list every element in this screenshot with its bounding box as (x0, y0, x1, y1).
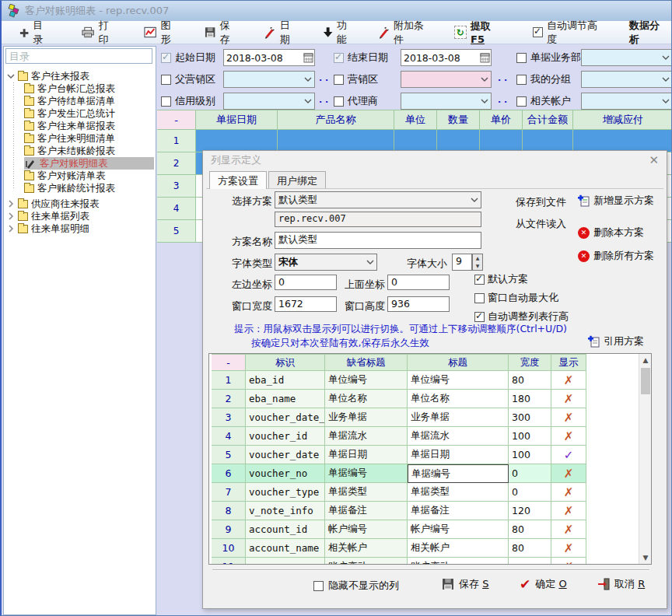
hide-columns-checkbox[interactable] (313, 581, 324, 591)
chevron-right-icon[interactable] (7, 225, 15, 233)
extract-button[interactable]: ↻ 提取F5 (451, 23, 506, 42)
tree-root-voucher-detail[interactable]: 往来单据明细 (7, 222, 154, 235)
default-plan-toggle[interactable]: 默认方案 (474, 272, 528, 286)
start-date-input[interactable]: 2018-03-08 (223, 49, 315, 66)
tree-root-voucher-list[interactable]: 往来单据列表 (7, 210, 154, 222)
tree-item[interactable]: 客户发生汇总统计 (24, 107, 154, 120)
close-icon[interactable]: ✕ (649, 153, 659, 167)
region-select[interactable] (401, 71, 492, 88)
my-group-checkbox[interactable] (516, 75, 527, 85)
catalog-button[interactable]: 目录 (16, 23, 55, 42)
top-coord-input[interactable]: 0 (387, 275, 450, 290)
refer-plan-button[interactable]: 引用方案 (588, 334, 644, 348)
start-date-checkbox[interactable] (161, 53, 171, 63)
region-checkbox[interactable] (334, 75, 344, 85)
chevron-right-icon[interactable] (7, 212, 15, 220)
header-cell[interactable]: 合计金额 (523, 110, 573, 130)
auto-row-height-checkbox[interactable] (474, 312, 485, 322)
header-cell[interactable]: 数量 (437, 110, 480, 130)
auto-maximize-toggle[interactable]: 窗口自动最大化 (474, 291, 558, 305)
plan-code-field[interactable]: rep.recv.007 (275, 212, 481, 227)
show-flag[interactable]: ✗ (551, 558, 586, 565)
show-flag[interactable]: ✗ (551, 520, 586, 539)
tree-item[interactable]: 客户台帐汇总报表 (24, 82, 154, 95)
column-row[interactable]: 7 voucher_type 单据类型 单据类型 0 ✗ (212, 483, 586, 502)
delete-plan-button[interactable]: ✕ 删除本方案 (578, 226, 644, 240)
parent-region-select[interactable] (223, 71, 315, 88)
column-row[interactable]: 1 eba_id 单位编号 单位编号 80 ✗ (212, 371, 586, 390)
tab-user-binding[interactable]: 用户绑定 (268, 171, 326, 189)
my-group-select[interactable] (581, 71, 672, 88)
scroll-up-icon[interactable]: ▲ (639, 354, 652, 366)
column-row[interactable]: 10 account_name 相关帐户 相关帐户 80 ✗ (212, 539, 586, 558)
scroll-down-icon[interactable]: ▼ (639, 551, 652, 564)
dialog-save-button[interactable]: 保存 S (442, 577, 488, 591)
parent-region-checkbox[interactable] (161, 75, 171, 85)
font-size-stepper[interactable]: ▲▼ (472, 254, 483, 271)
agent-select[interactable] (401, 93, 492, 110)
show-flag[interactable]: ✗ (551, 427, 586, 446)
title-edit-cell[interactable]: 单据编号 (408, 464, 509, 483)
tree-root-supplier-reports[interactable]: 供应商往来报表 (7, 198, 154, 210)
account-select[interactable] (581, 93, 672, 110)
save-button[interactable]: 保存 (201, 23, 242, 42)
tree-root-customer-reports[interactable]: 客户往来报表 (7, 70, 154, 82)
column-row[interactable]: 2 eba_name 单位名称 单位名称 180 ✗ (212, 390, 586, 408)
show-flag[interactable]: ✗ (551, 483, 586, 502)
auto-height-checkbox[interactable] (533, 27, 543, 37)
credit-select[interactable] (223, 93, 315, 110)
select-plan-combo[interactable]: 默认类型 (275, 191, 481, 208)
tab-plan-settings[interactable]: 方案设置 (209, 171, 267, 189)
biz-dept-select[interactable] (581, 49, 672, 66)
show-flag[interactable]: ✗ (551, 464, 586, 483)
agent-checkbox[interactable] (334, 96, 344, 107)
header-cell[interactable]: 单据日期 (196, 110, 278, 130)
show-flag[interactable]: ✗ (551, 408, 586, 427)
tree-item-selected[interactable]: 客户对账明细表 (24, 157, 154, 170)
show-flag[interactable]: ✗ (551, 390, 586, 408)
graph-button[interactable]: 图形 (141, 23, 183, 42)
chevron-right-icon[interactable] (7, 200, 15, 208)
calendar-icon[interactable] (478, 50, 491, 65)
column-row[interactable]: 8 v_note_info 单据备注 单据备注 120 ✗ (212, 502, 586, 520)
win-width-input[interactable]: 1672 (275, 296, 337, 312)
header-cell[interactable]: - (157, 110, 196, 130)
biz-dept-checkbox[interactable] (516, 53, 527, 63)
credit-checkbox[interactable] (161, 96, 171, 107)
date-button[interactable]: 日期 (261, 23, 302, 42)
dialog-ok-button[interactable]: ✔ 确定 O (520, 577, 567, 591)
end-date-input[interactable]: 2018-03-08 (401, 49, 492, 66)
header-cell[interactable]: 产品名称 (278, 110, 394, 130)
data-analysis-button[interactable]: 数据分析 (626, 23, 671, 42)
plan-name-input[interactable]: 默认类型 (275, 232, 481, 249)
win-height-input[interactable]: 936 (387, 296, 450, 312)
show-flag[interactable]: ✗ (551, 502, 586, 520)
auto-height-toggle[interactable]: 自动调节高度 (530, 23, 607, 42)
hide-hidden-columns-toggle[interactable]: 隐藏不显示的列 (313, 579, 399, 593)
function-button[interactable]: 功能 (320, 23, 359, 42)
left-coord-input[interactable]: 0 (275, 275, 337, 290)
tree-item[interactable]: 客户账龄统计报表 (24, 182, 154, 194)
tree-item[interactable]: 客户往来明细清单 (24, 132, 154, 145)
auto-row-height-toggle[interactable]: 自动调整列表行高 (474, 310, 569, 324)
column-row[interactable]: 5 voucher_date 单据日期 单据日期 100 ✓ (212, 446, 586, 464)
tree-item[interactable]: 客户往来单据报表 (24, 120, 154, 132)
grid-scrollbar[interactable]: ▲ ▼ (639, 354, 651, 564)
header-cell[interactable]: 单价 (480, 110, 523, 130)
auto-maximize-checkbox[interactable] (474, 293, 485, 303)
save-to-file-button[interactable]: 保存到文件 (516, 195, 566, 209)
dialog-title-bar[interactable]: 列显示定义 ✕ (203, 151, 667, 170)
report-row[interactable]: 1 (157, 130, 672, 152)
extra-condition-button[interactable]: 附加条件 (375, 23, 436, 42)
font-type-combo[interactable]: 宋体 (275, 254, 377, 271)
font-size-input[interactable]: 9 (452, 254, 472, 271)
column-row[interactable]: 4 voucher_id 单据流水 单据流水 100 ✗ (212, 427, 586, 446)
print-button[interactable]: 打印 (79, 23, 121, 42)
tree-item[interactable]: 客户对账清单表 (24, 170, 154, 182)
header-cell[interactable]: 增减应付 (573, 110, 672, 130)
account-checkbox[interactable] (516, 96, 527, 107)
show-flag[interactable]: ✗ (551, 371, 586, 390)
end-date-checkbox[interactable] (334, 53, 344, 63)
chevron-down-icon[interactable] (7, 72, 15, 80)
tree-item[interactable]: 客户未结账龄报表 (24, 145, 154, 157)
